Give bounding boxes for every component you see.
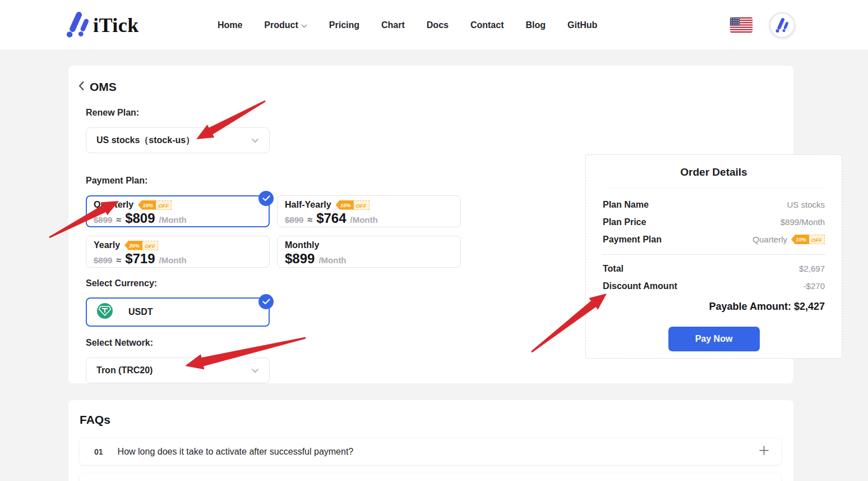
payable-amount: Payable Amount: $2,427 — [603, 301, 825, 313]
chevron-down-icon — [301, 20, 307, 30]
header-right — [730, 12, 795, 38]
faq-section: FAQs 01 How long does it take to activat… — [68, 400, 793, 481]
currency-name: USDT — [128, 307, 153, 317]
payment-plan-options: Quarterly 10%OFF $899 ≈ $809/Month Half-… — [86, 195, 461, 268]
faq-item-2-partial[interactable] — [80, 474, 781, 481]
discount-badge: 10%OFF — [138, 200, 172, 210]
renew-plan-label: Renew Plan: — [86, 108, 139, 118]
discount-badge: 15%OFF — [336, 200, 370, 210]
order-row-plan-price: Plan Price $899/Month — [603, 213, 825, 231]
selected-check-icon — [258, 191, 274, 206]
nav-blog[interactable]: Blog — [525, 20, 546, 30]
select-network-label: Select Network: — [86, 338, 153, 348]
order-details-title: Order Details — [603, 155, 825, 188]
order-row-total: Total $2,697 — [603, 260, 825, 277]
plus-expand-icon[interactable] — [759, 446, 769, 457]
pay-now-button[interactable]: Pay Now — [668, 327, 760, 351]
back-button[interactable]: OMS — [79, 80, 117, 94]
plan-option-half-yearly[interactable]: Half-Yearly 15%OFF $899 ≈ $764/Month — [277, 195, 461, 227]
faq-title: FAQs — [80, 413, 782, 427]
plan-option-monthly[interactable]: Monthly $899/Month — [277, 236, 461, 268]
payment-page: iTick Home Product Pricing Chart Docs Co… — [0, 0, 868, 481]
payment-plan-label: Payment Plan: — [86, 176, 147, 186]
selected-check-icon — [258, 294, 274, 309]
chevron-down-icon — [251, 135, 259, 145]
chevron-left-icon — [79, 81, 85, 93]
order-row-plan-name: Plan Name US stocks — [603, 196, 825, 213]
order-details-panel: Order Details Plan Name US stocks Plan P… — [585, 154, 842, 359]
nav-chart[interactable]: Chart — [381, 20, 405, 30]
order-row-discount: Discount Amount -$270 — [603, 277, 825, 295]
plan-price: $899 — [285, 251, 315, 267]
plan-price: $764 — [316, 210, 346, 226]
page-title: OMS — [90, 80, 117, 94]
nav-pricing[interactable]: Pricing — [329, 20, 359, 30]
itick-logo-icon — [66, 11, 90, 40]
network-value: Tron (TRC20) — [96, 365, 153, 375]
currency-option-usdt[interactable]: USDT — [86, 297, 270, 327]
plan-option-quarterly[interactable]: Quarterly 10%OFF $899 ≈ $809/Month — [86, 195, 270, 227]
nav-docs[interactable]: Docs — [427, 20, 449, 30]
nav-product[interactable]: Product — [264, 20, 307, 30]
discount-badge: 10%OFF — [791, 235, 825, 244]
nav-home[interactable]: Home — [218, 20, 242, 30]
plan-option-yearly[interactable]: Yearly 20%OFF $899 ≈ $719/Month — [86, 236, 270, 268]
plan-price: $809 — [125, 210, 155, 226]
plan-price: $719 — [125, 251, 155, 267]
network-select[interactable]: Tron (TRC20) — [86, 358, 270, 383]
faq-number: 01 — [94, 447, 103, 456]
main-nav: Home Product Pricing Chart Docs Contact … — [218, 20, 597, 30]
chevron-down-icon — [251, 365, 259, 375]
brand-logo[interactable]: iTick — [66, 11, 139, 40]
faq-question: How long does it take to activate after … — [118, 447, 354, 457]
nav-contact[interactable]: Contact — [470, 20, 504, 30]
brand-name: iTick — [93, 13, 139, 37]
faq-item-1[interactable]: 01 How long does it take to activate aft… — [80, 438, 781, 465]
renew-plan-select[interactable]: US stocks（stock-us） — [86, 127, 270, 153]
discount-badge: 20%OFF — [124, 241, 158, 250]
nav-github[interactable]: GitHub — [567, 20, 597, 30]
renew-plan-value: US stocks（stock-us） — [96, 135, 195, 146]
original-price: $899 — [285, 215, 303, 225]
original-price: $899 — [94, 255, 112, 265]
original-price: $899 — [94, 215, 112, 225]
renew-plan-panel: OMS Renew Plan: US stocks（stock-us） Paym… — [68, 66, 793, 383]
usdt-tether-icon — [97, 303, 113, 321]
top-navbar: iTick Home Product Pricing Chart Docs Co… — [0, 0, 868, 51]
language-flag-us-icon[interactable] — [730, 17, 752, 33]
order-row-payment-plan: Payment Plan Quarterly 10%OFF — [603, 231, 825, 248]
user-avatar[interactable] — [769, 12, 795, 38]
select-currency-label: Select Currency: — [86, 278, 157, 288]
